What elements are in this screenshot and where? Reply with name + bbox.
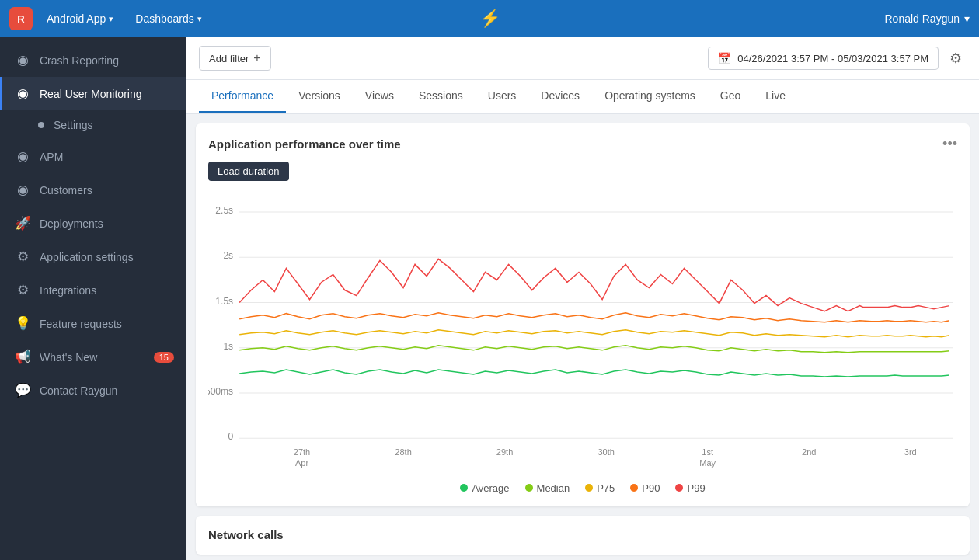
p99-label: P99 — [687, 482, 705, 494]
svg-text:2.5s: 2.5s — [215, 205, 233, 216]
svg-text:28th: 28th — [395, 447, 411, 457]
average-dot — [460, 484, 468, 492]
tab-os[interactable]: Operating systems — [592, 80, 708, 113]
sidebar: ◉ Crash Reporting ◉ Real User Monitoring… — [0, 37, 186, 560]
feature-requests-icon: 💡 — [15, 315, 30, 332]
legend-p90: P90 — [630, 482, 660, 494]
median-label: Median — [537, 482, 570, 494]
tab-versions[interactable]: Versions — [286, 80, 353, 113]
sidebar-item-rum[interactable]: ◉ Real User Monitoring — [0, 77, 186, 110]
topbar-left: R Android App ▾ Dashboards ▾ — [9, 7, 210, 30]
sidebar-label-integrations: Integrations — [40, 284, 96, 297]
svg-text:27th: 27th — [294, 447, 310, 457]
sidebar-item-settings[interactable]: Settings — [0, 110, 186, 140]
svg-text:29th: 29th — [496, 447, 513, 457]
add-filter-label: Add filter — [209, 53, 249, 64]
topbar: R Android App ▾ Dashboards ▾ ⚡ Ronald Ra… — [0, 0, 979, 37]
chart-title: Application performance over time — [208, 137, 401, 151]
add-filter-button[interactable]: Add filter + — [199, 46, 271, 71]
settings-dot-icon — [38, 122, 44, 128]
chart-legend: Average Median P75 P90 P99 — [208, 482, 957, 494]
date-range-label: 04/26/2021 3:57 PM - 05/03/2021 3:57 PM — [737, 53, 928, 64]
load-duration-badge[interactable]: Load duration — [208, 162, 289, 181]
tab-performance[interactable]: Performance — [199, 80, 286, 113]
median-dot — [525, 484, 533, 492]
app-name-label: Android App — [47, 12, 106, 25]
chart-settings-icon[interactable]: ⚙ — [945, 45, 967, 71]
app-selector[interactable]: Android App ▾ — [39, 9, 121, 28]
sidebar-label-rum: Real User Monitoring — [40, 88, 142, 100]
plus-icon: + — [253, 51, 260, 65]
sidebar-label-customers: Customers — [40, 184, 92, 197]
p90-dot — [630, 484, 638, 492]
svg-text:Apr: Apr — [295, 458, 308, 468]
sidebar-item-feature-requests[interactable]: 💡 Feature requests — [0, 307, 186, 340]
svg-text:3rd: 3rd — [904, 447, 917, 457]
p99-dot — [675, 484, 683, 492]
sidebar-label-app-settings: Application settings — [40, 251, 134, 263]
sidebar-label-whats-new: What's New — [40, 351, 97, 363]
sidebar-label-deployments: Deployments — [40, 217, 103, 230]
layout: ◉ Crash Reporting ◉ Real User Monitoring… — [0, 37, 979, 560]
sidebar-label-contact: Contact Raygun — [40, 384, 117, 397]
contact-icon: 💬 — [15, 382, 30, 398]
user-chevron-icon: ▾ — [964, 12, 970, 25]
svg-text:0: 0 — [228, 431, 233, 442]
app-settings-icon: ⚙ — [15, 249, 30, 265]
chart-container: 2.5s 2s 1.5s 1s 500ms 0 27th Apr — [208, 190, 957, 475]
tab-users[interactable]: Users — [476, 80, 529, 113]
more-options-icon[interactable]: ••• — [942, 136, 957, 152]
tab-sessions[interactable]: Sessions — [406, 80, 476, 113]
sidebar-item-apm[interactable]: ◉ APM — [0, 140, 186, 173]
topbar-right: Ronald Raygun ▾ — [884, 12, 970, 25]
svg-text:30th: 30th — [598, 447, 614, 457]
legend-p99: P99 — [675, 482, 705, 494]
sidebar-item-integrations[interactable]: ⚙ Integrations — [0, 273, 186, 307]
p75-label: P75 — [597, 482, 615, 494]
chart-header: Application performance over time ••• — [208, 136, 957, 152]
dashboards-nav[interactable]: Dashboards ▾ — [127, 9, 210, 28]
sidebar-item-app-settings[interactable]: ⚙ Application settings — [0, 240, 186, 273]
svg-text:May: May — [699, 458, 716, 468]
lightning-icon: ⚡ — [479, 9, 500, 28]
chart-section: Application performance over time ••• Lo… — [196, 123, 970, 506]
sidebar-label-crash-reporting: Crash Reporting — [40, 54, 119, 67]
legend-p75: P75 — [585, 482, 615, 494]
integrations-icon: ⚙ — [15, 282, 30, 298]
sidebar-item-whats-new[interactable]: 📢 What's New 15 — [0, 340, 186, 374]
svg-text:1st: 1st — [702, 447, 713, 457]
svg-text:2nd: 2nd — [802, 447, 816, 457]
main-content: Add filter + 📅 04/26/2021 3:57 PM - 05/0… — [186, 37, 979, 560]
network-section: Network calls — [196, 516, 970, 555]
svg-text:2s: 2s — [223, 250, 233, 261]
sidebar-item-customers[interactable]: ◉ Customers — [0, 173, 186, 207]
app-chevron-icon: ▾ — [109, 14, 113, 24]
svg-text:1s: 1s — [223, 341, 233, 352]
calendar-icon: 📅 — [718, 52, 731, 64]
sidebar-item-crash-reporting[interactable]: ◉ Crash Reporting — [0, 43, 186, 77]
p75-dot — [585, 484, 593, 492]
rum-icon: ◉ — [15, 85, 30, 102]
user-name: Ronald Raygun — [884, 12, 960, 25]
tab-devices[interactable]: Devices — [528, 80, 592, 113]
topbar-center: ⚡ — [479, 9, 500, 29]
whats-new-icon: 📢 — [15, 349, 30, 365]
deployments-icon: 🚀 — [15, 215, 30, 231]
whats-new-badge: 15 — [154, 352, 174, 363]
performance-chart: 2.5s 2s 1.5s 1s 500ms 0 27th Apr — [208, 190, 957, 471]
sidebar-label-apm: APM — [40, 151, 63, 163]
svg-text:500ms: 500ms — [208, 386, 233, 397]
tab-geo[interactable]: Geo — [708, 80, 753, 113]
tabs-bar: Performance Versions Views Sessions User… — [186, 80, 979, 114]
tab-views[interactable]: Views — [353, 80, 406, 113]
dashboards-chevron-icon: ▾ — [197, 14, 202, 24]
p90-label: P90 — [642, 482, 660, 494]
tab-live[interactable]: Live — [753, 80, 798, 113]
sidebar-item-deployments[interactable]: 🚀 Deployments — [0, 207, 186, 240]
legend-median: Median — [525, 482, 570, 494]
legend-average: Average — [460, 482, 509, 494]
date-range-picker[interactable]: 📅 04/26/2021 3:57 PM - 05/03/2021 3:57 P… — [708, 47, 939, 70]
app-logo: R — [9, 7, 33, 30]
apm-icon: ◉ — [15, 148, 30, 165]
sidebar-item-contact[interactable]: 💬 Contact Raygun — [0, 374, 186, 407]
